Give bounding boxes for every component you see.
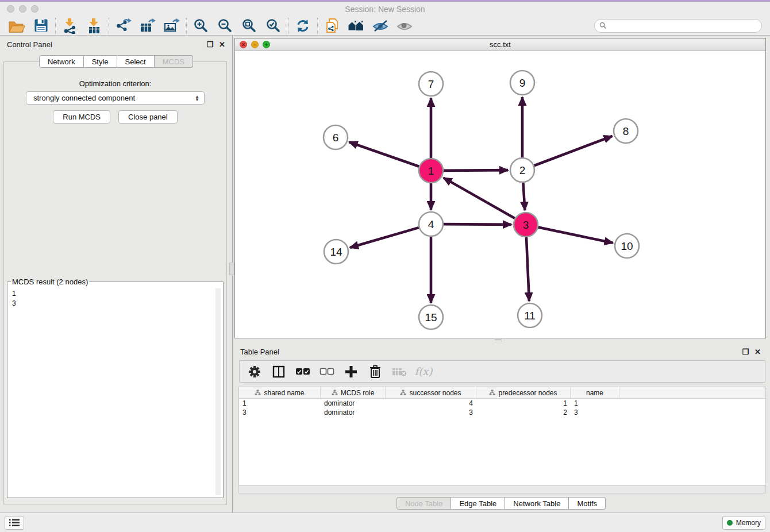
graph-edge-3-10[interactable] — [538, 228, 613, 243]
graph-node-label: 14 — [330, 246, 342, 258]
graph-node-label: 1 — [428, 165, 434, 177]
graph-edge-3-1[interactable] — [444, 178, 515, 218]
table-row[interactable]: 3 dominator 3 2 3 — [239, 408, 765, 417]
network-graph[interactable]: 7968124314101511 — [235, 51, 765, 338]
zoom-in-icon[interactable] — [189, 17, 213, 34]
save-session-icon[interactable] — [29, 17, 53, 34]
delete-column-icon[interactable] — [367, 364, 383, 380]
search-input[interactable] — [610, 22, 761, 30]
zoom-out-icon[interactable] — [213, 17, 237, 34]
tab-node-table[interactable]: Node Table — [396, 497, 452, 510]
close-panel-button[interactable]: Close panel — [118, 110, 178, 124]
main-toolbar — [0, 16, 770, 36]
export-image-icon[interactable] — [160, 17, 184, 34]
apply-preferred-layout-icon[interactable] — [291, 17, 315, 34]
memory-button[interactable]: Memory — [722, 516, 765, 530]
window-resize-grip[interactable] — [495, 339, 502, 341]
graph-edge-4-3[interactable] — [444, 224, 511, 225]
result-line: 1 — [12, 289, 222, 299]
function-builder-icon[interactable]: f(x) — [415, 364, 432, 380]
tab-select[interactable]: Select — [117, 55, 155, 68]
cell-successor-nodes: 3 — [386, 408, 476, 417]
column-type-icon — [332, 390, 338, 396]
memory-label: Memory — [736, 519, 761, 527]
clone-network-icon[interactable] — [320, 17, 344, 34]
zoom-fit-icon[interactable] — [237, 17, 261, 34]
graph-edge-1-6[interactable] — [349, 142, 419, 166]
graph-node-label: 3 — [523, 219, 529, 231]
tab-mcds[interactable]: MCDS — [155, 55, 193, 68]
tab-network-table[interactable]: Network Table — [505, 497, 569, 510]
tab-edge-table[interactable]: Edge Table — [451, 497, 505, 510]
result-scrollbar[interactable] — [215, 288, 221, 495]
column-header-successor-nodes[interactable]: successor nodes — [386, 387, 476, 398]
control-panel-header: Control Panel ❐ ✕ — [0, 36, 232, 53]
float-table-panel-icon[interactable]: ❐ — [742, 348, 749, 356]
show-all-views-icon[interactable] — [344, 17, 368, 34]
cell-name: 3 — [571, 408, 619, 417]
add-column-icon[interactable] — [343, 364, 359, 380]
graph-node-label: 7 — [428, 78, 434, 90]
open-session-icon[interactable] — [5, 17, 29, 34]
mcds-result-list[interactable]: 1 3 — [9, 287, 222, 496]
column-header-predecessor-nodes[interactable]: predecessor nodes — [476, 387, 571, 398]
zoom-selected-icon[interactable] — [261, 17, 286, 34]
graph-edge-1-2[interactable] — [444, 170, 508, 171]
run-mcds-button[interactable]: Run MCDS — [53, 110, 110, 124]
close-table-panel-icon[interactable]: ✕ — [754, 348, 761, 356]
close-panel-icon[interactable]: ✕ — [219, 41, 225, 48]
graph-node-label: 4 — [428, 218, 434, 230]
cell-shared-name: 3 — [239, 408, 321, 417]
toolbar-separator — [317, 18, 318, 34]
toolbar-separator — [186, 18, 187, 34]
select-all-checkboxes-icon[interactable] — [295, 364, 311, 380]
column-header-name[interactable]: name — [571, 387, 619, 398]
cell-predecessor-nodes: 1 — [476, 399, 571, 408]
search-icon — [599, 22, 607, 29]
table-settings-icon[interactable] — [247, 364, 263, 380]
float-panel-icon[interactable]: ❐ — [206, 41, 213, 48]
column-type-icon — [400, 390, 406, 396]
graph-edge-4-14[interactable] — [350, 228, 419, 248]
graph-node-label: 2 — [519, 164, 526, 176]
cell-mcds-role: dominator — [321, 408, 386, 417]
network-canvas[interactable]: 7968124314101511 — [235, 51, 765, 338]
criterion-select[interactable]: strongly connected component ▲▼ — [26, 91, 205, 105]
status-bar: Memory — [0, 512, 770, 532]
column-header-shared-name[interactable]: shared name — [239, 387, 321, 398]
column-header-mcds-role[interactable]: MCDS role — [321, 387, 386, 398]
graph-node-label: 9 — [519, 77, 526, 89]
graph-edge-2-3[interactable] — [523, 183, 525, 210]
criterion-value: strongly connected component — [33, 94, 135, 102]
mcds-panel: Optimization criterion: strongly connect… — [3, 61, 227, 504]
network-window-titlebar[interactable]: ✕ − + scc.txt — [235, 38, 765, 51]
search-field[interactable] — [594, 19, 762, 33]
show-hidden-icon[interactable] — [392, 17, 417, 34]
hide-selected-icon[interactable] — [368, 17, 392, 34]
toolbar-separator — [109, 18, 109, 34]
task-history-button[interactable] — [5, 516, 24, 530]
deselect-all-checkboxes-icon[interactable] — [319, 364, 335, 380]
table-toolbar: f(x) — [239, 360, 765, 383]
import-network-icon[interactable] — [58, 17, 82, 34]
graph-edge-2-8[interactable] — [534, 136, 613, 165]
tab-motifs[interactable]: Motifs — [569, 497, 606, 510]
tab-style[interactable]: Style — [84, 55, 117, 68]
panel-divider-handle[interactable] — [229, 263, 234, 275]
tab-network[interactable]: Network — [39, 55, 84, 68]
network-window-title: scc.txt — [235, 40, 765, 49]
column-type-icon — [489, 390, 495, 396]
export-network-icon[interactable] — [111, 17, 136, 34]
table-tabs: Node Table Edge Table Network Table Moti… — [234, 497, 768, 510]
table-row[interactable]: 1 dominator 4 1 1 — [239, 399, 765, 408]
column-type-icon — [255, 390, 261, 396]
import-table-icon[interactable] — [82, 17, 106, 34]
node-table[interactable]: shared name MCDS role successor nodes pr… — [238, 387, 766, 485]
select-stepper-icon: ▲▼ — [195, 95, 199, 101]
result-line: 3 — [12, 299, 222, 309]
graph-edge-3-11[interactable] — [526, 237, 529, 301]
table-horizontal-scrollbar[interactable] — [238, 485, 766, 494]
delete-table-icon[interactable] — [391, 364, 407, 380]
column-selector-icon[interactable] — [271, 364, 287, 380]
export-table-icon[interactable] — [136, 17, 160, 34]
